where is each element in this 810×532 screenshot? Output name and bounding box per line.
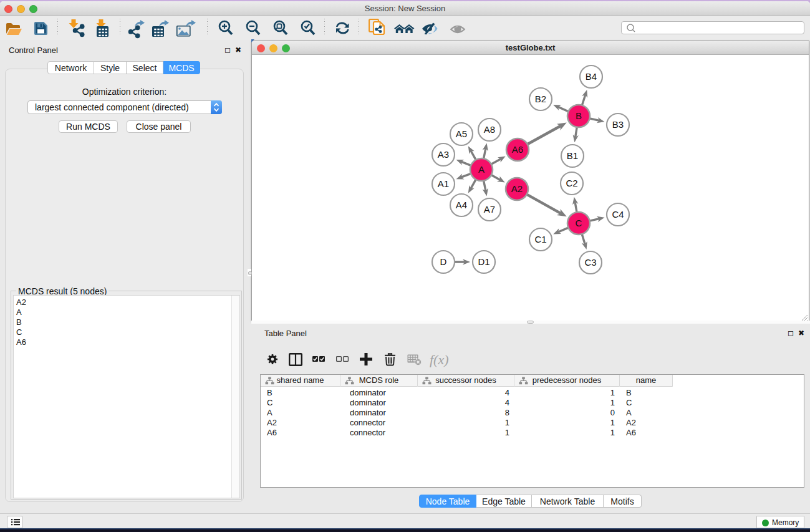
svg-text:C4: C4	[612, 209, 624, 220]
svg-text:D: D	[440, 256, 447, 267]
svg-text:B1: B1	[567, 150, 578, 161]
svg-text:C2: C2	[566, 178, 577, 188]
svg-text:C3: C3	[584, 257, 596, 268]
svg-text:A2: A2	[511, 183, 523, 194]
svg-text:A6: A6	[512, 144, 523, 155]
svg-text:A8: A8	[484, 124, 495, 135]
svg-text:B: B	[576, 110, 582, 121]
svg-text:B2: B2	[535, 94, 546, 104]
svg-text:C1: C1	[534, 234, 546, 244]
svg-text:B4: B4	[586, 71, 597, 82]
svg-text:A4: A4	[456, 200, 467, 210]
svg-text:C: C	[576, 218, 582, 228]
svg-text:D1: D1	[478, 256, 489, 267]
svg-text:A5: A5	[456, 128, 467, 139]
svg-text:A1: A1	[438, 178, 449, 189]
svg-text:A: A	[478, 164, 485, 175]
svg-text:A3: A3	[438, 149, 449, 160]
svg-text:B3: B3	[612, 119, 624, 130]
svg-text:A7: A7	[484, 204, 495, 215]
